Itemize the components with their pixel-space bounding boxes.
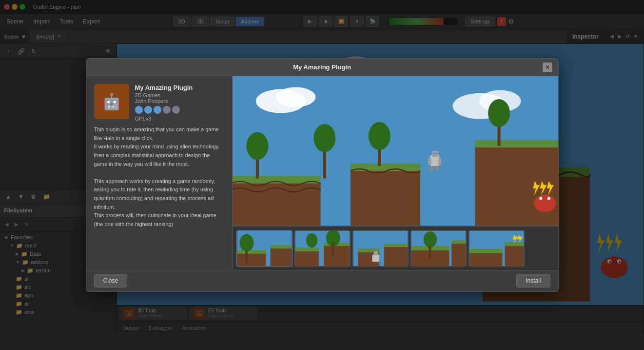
star-4 [163,106,171,114]
plugin-header: 🤖 My Amazing Plugin 2D Games John Pooper… [94,84,224,122]
svg-point-57 [246,132,268,160]
thumbnail-4[interactable] [410,230,467,267]
modal-install-button[interactable]: Install [516,274,550,288]
svg-rect-69 [438,158,441,165]
svg-point-75 [539,197,542,200]
svg-rect-110 [469,252,502,266]
svg-rect-53 [351,171,420,226]
modal-title-bar: My Amazing Plugin ✕ [86,59,558,76]
svg-point-85 [239,234,254,251]
plugin-description: This plugin is so amazing that you can m… [94,125,224,228]
svg-rect-82 [237,250,265,254]
svg-rect-65 [431,151,438,157]
svg-rect-88 [295,250,319,266]
svg-rect-90 [323,245,350,266]
plugin-modal: My Amazing Plugin ✕ 🤖 My Amazing Plugin … [86,58,559,292]
svg-rect-105 [451,243,466,266]
svg-point-76 [547,197,550,200]
modal-body: 🤖 My Amazing Plugin 2D Games John Pooper… [86,76,558,270]
svg-rect-51 [233,184,321,226]
star-3 [154,106,161,114]
thumbnail-2[interactable] [294,230,351,267]
svg-point-107 [423,231,436,247]
svg-rect-100 [372,254,379,262]
svg-rect-101 [373,251,378,256]
svg-point-72 [534,195,556,212]
modal-overlay: My Amazing Plugin ✕ 🤖 My Amazing Plugin … [0,0,644,350]
star-5 [172,106,180,114]
modal-right-panel [233,76,558,270]
star-1 [135,106,143,114]
svg-rect-89 [295,247,319,251]
svg-rect-93 [332,242,334,256]
plugin-license: GPLv3 [135,116,224,122]
svg-rect-106 [451,240,466,244]
modal-left-panel: 🤖 My Amazing Plugin 2D Games John Pooper… [86,76,233,270]
svg-rect-108 [429,246,431,259]
svg-point-67 [435,153,437,155]
svg-rect-68 [428,158,431,165]
svg-rect-55 [475,140,558,147]
modal-close-button[interactable]: ✕ [543,62,552,72]
thumbnail-5[interactable] [468,230,525,267]
plugin-logo: 🤖 [94,84,129,119]
svg-rect-113 [505,242,524,246]
plugin-author: John Poopers [135,98,224,104]
star-2 [144,106,152,114]
svg-point-66 [432,153,434,155]
plugin-category: 2D Games [135,92,224,98]
modal-footer: Close Install [86,270,558,291]
screenshot-thumbnails [233,226,558,270]
svg-rect-86 [245,251,248,264]
svg-point-59 [313,124,335,152]
svg-rect-83 [270,247,292,266]
svg-rect-81 [237,252,265,266]
modal-close-footer-button[interactable]: Close [94,274,128,288]
svg-point-63 [488,99,510,127]
svg-point-94 [306,233,317,247]
svg-rect-70 [429,166,433,171]
svg-point-61 [368,122,390,150]
svg-rect-98 [384,246,408,266]
plugin-stars [135,106,224,114]
svg-rect-111 [469,249,502,253]
svg-rect-71 [435,166,438,171]
plugin-meta: My Amazing Plugin 2D Games John Poopers … [135,84,224,122]
plugin-title: My Amazing Plugin [135,84,224,91]
main-screenshot [233,76,558,226]
svg-point-47 [275,87,315,107]
modal-title: My Amazing Plugin [245,63,399,71]
svg-rect-84 [270,245,292,248]
svg-rect-99 [384,244,408,247]
svg-rect-112 [505,245,524,266]
thumbnail-1[interactable] [236,230,293,267]
thumbnail-3[interactable] [352,230,409,267]
